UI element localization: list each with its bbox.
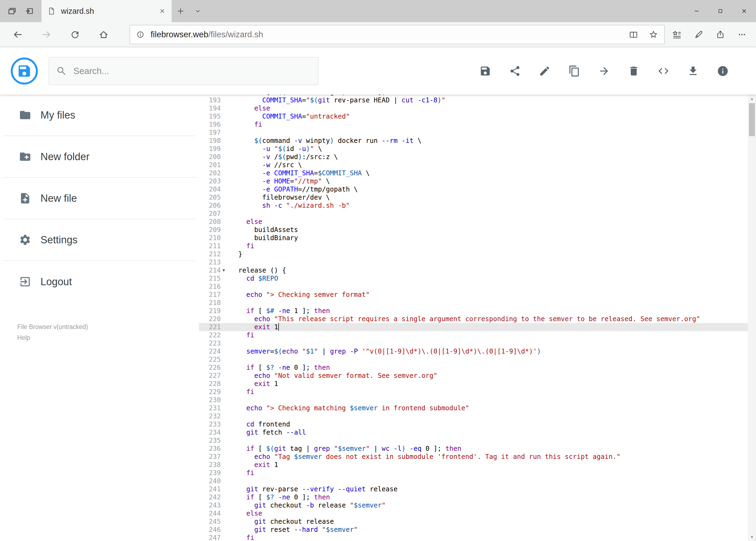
code-line-205[interactable]: 205 filebrowser/dev \ [199, 194, 748, 202]
refresh-button[interactable] [65, 30, 85, 39]
address-bar[interactable]: filebrowser.web/files/wizard.sh [129, 25, 665, 44]
code-line-232[interactable]: 232 [199, 412, 748, 420]
home-button[interactable] [94, 29, 114, 40]
code-line-195[interactable]: 195 COMMIT_SHA="untracked" [199, 112, 748, 121]
code-line-201[interactable]: 201 -w //src \ [199, 161, 748, 169]
code-line-243[interactable]: 243 git checkout -b release "$semver" [199, 501, 748, 509]
scrollbar[interactable]: ▲ ▼ [748, 95, 756, 541]
code-line-237[interactable]: 237 echo "Tag $semver does not exist in … [199, 453, 748, 461]
code-line-245[interactable]: 245 git checkout release [199, 517, 748, 526]
code-line-227[interactable]: 227 echo "Not valid semver format. See s… [199, 372, 748, 380]
code-line-194[interactable]: 194 else [199, 104, 748, 112]
scroll-down-arrow[interactable]: ▼ [748, 533, 756, 541]
code-line-193[interactable]: 193 COMMIT_SHA="$(git rev-parse HEAD | c… [199, 96, 748, 104]
move-button[interactable] [598, 65, 610, 77]
tab-list-chevron-icon[interactable] [189, 0, 206, 22]
new-tab-button[interactable] [172, 0, 189, 22]
code-line-200[interactable]: 200 -v /$(pwd):/src:z \ [199, 153, 748, 161]
code-editor[interactable]: 192 if [ "$(command -v git)" != "" ]; th… [199, 95, 748, 541]
code-line-231[interactable]: 231 echo "> Checking matching $semver in… [199, 404, 748, 412]
set-tabs-aside-icon[interactable] [7, 6, 17, 16]
favorites-hub-icon[interactable] [672, 29, 682, 40]
search-box[interactable] [49, 57, 319, 85]
code-line-240[interactable]: 240 [199, 477, 748, 485]
code-line-234[interactable]: 234 git fetch --all [199, 428, 748, 436]
code-line-226[interactable]: 226 if [ $? -ne 0 ]; then [199, 363, 748, 372]
code-line-206[interactable]: 206 sh -c "./wizard.sh -b" [199, 202, 748, 210]
reading-view-icon[interactable] [629, 30, 638, 39]
browser-tab[interactable]: wizard.sh [42, 0, 172, 22]
url-text[interactable]: filebrowser.web/files/wizard.sh [150, 30, 623, 39]
code-button[interactable] [657, 65, 670, 77]
sidebar-item-logout[interactable]: Logout [0, 261, 199, 302]
filebrowser-logo[interactable] [11, 58, 38, 85]
code-line-198[interactable]: 198 $(command -v winpty) docker run --rm… [199, 137, 748, 145]
code-line-216[interactable]: 216 [199, 282, 748, 290]
minimize-button[interactable] [685, 0, 708, 22]
code-line-199[interactable]: 199 -u "$(id -u)" \ [199, 145, 748, 153]
code-line-247[interactable]: 247 fi [199, 534, 748, 541]
maximize-button[interactable] [708, 0, 732, 22]
code-line-230[interactable]: 230 [199, 396, 748, 404]
code-line-223[interactable]: 223 [199, 339, 748, 347]
code-line-210[interactable]: 210 buildBinary [199, 234, 748, 242]
code-line-242[interactable]: 242 if [ $? -ne 0 ]; then [199, 493, 748, 501]
info-button[interactable] [717, 65, 729, 77]
copy-button[interactable] [568, 65, 581, 77]
code-line-208[interactable]: 208 else [199, 218, 748, 226]
delete-button[interactable] [628, 65, 640, 77]
code-line-215[interactable]: 215 cd $REPO [199, 274, 748, 282]
code-line-246[interactable]: 246 git reset --hard "$semver" [199, 526, 748, 534]
save-button[interactable] [479, 65, 491, 77]
code-line-239[interactable]: 239 fi [199, 469, 748, 477]
favorite-star-icon[interactable] [648, 30, 658, 39]
forward-button[interactable] [37, 29, 56, 40]
code-line-233[interactable]: 233 cd frontend [199, 420, 748, 428]
code-line-218[interactable]: 218 [199, 299, 748, 307]
code-line-217[interactable]: 217 echo "> Checking semver format" [199, 290, 748, 299]
code-line-220[interactable]: 220 echo "This release script requires a… [199, 315, 748, 323]
code-line-238[interactable]: 238 exit 1 [199, 461, 748, 469]
code-line-236[interactable]: 236 if [ $(git tag | grep "$semver" | wc… [199, 445, 748, 453]
code-line-202[interactable]: 202 -e COMMIT_SHA=$COMMIT_SHA \ [199, 169, 748, 177]
more-menu-icon[interactable] [737, 30, 747, 39]
scroll-up-arrow[interactable]: ▲ [748, 95, 756, 103]
sidebar-item-new-file[interactable]: New file [3, 178, 196, 219]
code-line-211[interactable]: 211 fi [199, 242, 748, 250]
code-line-209[interactable]: 209 buildAssets [199, 226, 748, 234]
code-line-225[interactable]: 225 [199, 355, 748, 363]
scrollbar-thumb[interactable] [749, 103, 755, 136]
code-line-196[interactable]: 196 fi [199, 121, 748, 129]
tab-close-icon[interactable] [159, 8, 166, 15]
tab-preview-icon[interactable] [25, 6, 35, 16]
back-button[interactable] [8, 29, 28, 40]
share-button[interactable] [509, 65, 521, 77]
download-button[interactable] [687, 65, 699, 77]
web-notes-pen-icon[interactable] [694, 30, 704, 39]
search-input[interactable] [74, 66, 311, 76]
code-line-214[interactable]: 214▼release () { [199, 266, 748, 274]
code-line-229[interactable]: 229 fi [199, 388, 748, 396]
edit-button[interactable] [539, 65, 551, 77]
code-line-228[interactable]: 228 exit 1 [199, 380, 748, 388]
sidebar-item-my-files[interactable]: My files [3, 95, 196, 136]
close-button[interactable] [732, 0, 756, 22]
site-info-icon[interactable] [136, 30, 145, 39]
code-line-235[interactable]: 235 [199, 436, 748, 445]
code-line-204[interactable]: 204 -e GOPATH=//tmp/gopath \ [199, 185, 748, 194]
code-line-213[interactable]: 213 [199, 258, 748, 266]
code-line-222[interactable]: 222 fi [199, 331, 748, 339]
fold-marker-icon[interactable]: ▼ [222, 268, 225, 273]
help-link[interactable]: Help [17, 332, 199, 343]
code-line-244[interactable]: 244 else [199, 509, 748, 517]
code-line-207[interactable]: 207 [199, 210, 748, 218]
code-line-241[interactable]: 241 git rev-parse --verify --quiet relea… [199, 485, 748, 493]
sidebar-item-new-folder[interactable]: New folder [3, 136, 196, 178]
code-line-224[interactable]: 224 semver=$(echo "$1" | grep -P '^v(0|[… [199, 347, 748, 355]
share-icon[interactable] [715, 30, 725, 39]
code-line-212[interactable]: 212} [199, 250, 748, 258]
code-line-203[interactable]: 203 -e HOME="//tmp" \ [199, 177, 748, 185]
code-line-219[interactable]: 219 if [ $# -ne 1 ]; then [199, 307, 748, 315]
sidebar-item-settings[interactable]: Settings [3, 219, 196, 261]
code-line-197[interactable]: 197 [199, 129, 748, 137]
